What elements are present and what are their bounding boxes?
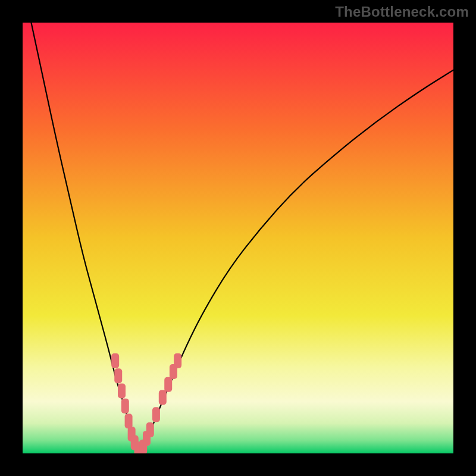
watermark-text: TheBottleneck.com bbox=[335, 4, 469, 20]
curve-marker bbox=[174, 353, 181, 368]
curve-marker bbox=[114, 368, 122, 383]
curve-marker bbox=[118, 384, 126, 399]
curve-marker bbox=[146, 422, 154, 437]
gradient-background bbox=[23, 23, 453, 453]
curve-marker bbox=[111, 353, 119, 368]
curve-marker bbox=[152, 407, 160, 422]
curve-marker bbox=[159, 390, 167, 405]
chart-svg bbox=[23, 23, 453, 453]
plot-area bbox=[23, 23, 453, 453]
chart-frame: TheBottleneck.com bbox=[0, 0, 476, 476]
curve-marker bbox=[125, 414, 133, 428]
curve-marker bbox=[121, 399, 129, 414]
curve-marker bbox=[164, 377, 172, 392]
